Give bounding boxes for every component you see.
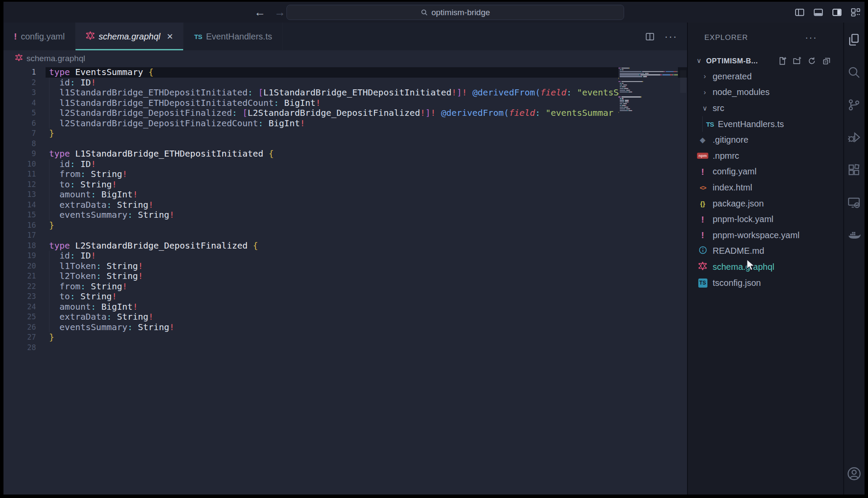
code-line[interactable]: amount: BigInt! [46,302,687,312]
minimap[interactable] [618,67,678,115]
code-line[interactable]: extraData: String! [46,312,687,322]
collapse-folders-icon[interactable] [822,56,831,66]
code-line[interactable]: l2StandardBridge_DepositFinalized: [L2St… [46,108,687,118]
tab-schema.graphql[interactable]: schema.graphql× [76,23,184,50]
chevron-down-icon: ∨ [702,104,708,112]
tree-item-label: package.json [713,199,764,209]
source-control-icon[interactable] [847,97,861,112]
code-line[interactable]: amount: BigInt! [46,190,687,200]
code-line[interactable]: eventsSummary: String! [46,210,687,220]
docker-icon[interactable] [847,227,861,242]
tree-file-pnpm-workspace.yaml[interactable]: !pnpm-workspace.yaml [688,227,843,243]
code-line[interactable]: id: ID! [46,78,687,88]
graphql-icon [15,54,23,63]
tree-item-label: .npmrc [713,151,739,161]
tree-file-EventHandlers.ts[interactable]: TSEventHandlers.ts [688,116,843,132]
code-line[interactable]: id: ID! [46,251,687,261]
close-icon[interactable]: × [167,31,173,42]
command-center-search[interactable]: optimism-bridge [286,5,624,20]
search-icon[interactable] [847,65,861,79]
code-line[interactable] [46,343,687,353]
tree-file-package.json[interactable]: {}package.json [688,196,843,212]
tab-label: EventHandlers.ts [206,32,272,42]
tree-file-index.html[interactable]: <>index.html [688,180,843,196]
tree-folder-generated[interactable]: ›generated [688,69,843,85]
tree-item-label: README.md [713,246,764,256]
code-line[interactable]: from: String! [46,169,687,180]
tree-item-label: pnpm-workspace.yaml [713,230,799,240]
code-line[interactable]: eventsSummary: String! [46,322,687,333]
code-line[interactable]: to: String! [46,180,687,190]
line-number: 12 [3,180,46,190]
account-icon[interactable] [846,466,862,483]
code-lines: type EventsSummary { id: ID! l1StandardB… [46,67,687,353]
new-file-icon[interactable] [778,56,787,66]
code-line[interactable]: l2Token: String! [46,271,687,282]
split-editor-icon[interactable] [645,32,655,42]
toggle-sidebar-right-icon[interactable] [832,7,842,18]
yaml-icon: ! [701,167,704,177]
code-line[interactable]: l1Token: String! [46,261,687,272]
title-bar: ← → optimism-bridge [3,2,865,23]
tree-file-.npmrc[interactable]: npm.npmrc [688,148,843,164]
code-editor[interactable]: 1234567891011121314151617181920212223242… [3,67,687,495]
debug-icon[interactable] [847,130,861,144]
code-line[interactable]: l1StandardBridge_ETHDepositInitiated: [L… [46,88,687,98]
activity-bar [843,23,864,495]
tree-item-label: src [713,103,724,113]
code-line[interactable]: to: String! [46,292,687,302]
code-line[interactable]: l2StandardBridge_DepositFinalizedCount: … [46,118,687,129]
refresh-icon[interactable] [807,56,816,66]
code-line[interactable] [46,230,687,241]
explorer-title: EXPLORER [704,33,748,42]
tree-file-README.md[interactable]: README.md [688,243,843,259]
remote-icon[interactable] [847,195,861,210]
editor-group: !config.yaml schema.graphql×TSEventHandl… [3,23,687,495]
explorer-more-actions-icon[interactable]: ··· [805,32,817,43]
tree-file-pnpm-lock.yaml[interactable]: !pnpm-lock.yaml [688,211,843,227]
json-icon: {} [700,200,705,207]
customize-layout-icon[interactable] [850,7,861,18]
extensions-icon[interactable] [847,162,861,177]
line-number: 15 [3,210,46,220]
code-line[interactable]: id: ID! [46,159,687,170]
code-line[interactable]: type L1StandardBridge_ETHDepositInitiate… [46,149,687,159]
tab-EventHandlers.ts[interactable]: TSEventHandlers.ts [184,23,283,50]
tree-folder-node_modules[interactable]: ›node_modules [688,85,843,101]
gitignore-icon: ◆ [700,136,705,144]
tree-folder-src[interactable]: ∨src [688,100,843,116]
code-line[interactable]: } [46,332,687,343]
code-line[interactable]: l1StandardBridge_ETHDepositInitiatedCoun… [46,98,687,108]
nav-back-icon[interactable]: ← [254,2,266,23]
toggle-sidebar-left-icon[interactable] [794,7,805,18]
tab-label: schema.graphql [99,32,160,42]
code-line[interactable] [46,139,687,149]
tree-file-config.yaml[interactable]: !config.yaml [688,164,843,180]
line-number: 18 [3,241,46,251]
file-tree: ›generated›node_modules∨srcTSEventHandle… [688,69,843,291]
files-icon[interactable] [847,32,861,47]
breadcrumb[interactable]: schema.graphql [3,50,687,67]
tree-file-tsconfig.json[interactable]: TStsconfig.json [688,275,843,291]
code-line[interactable]: type L2StandardBridge_DepositFinalized { [46,241,687,251]
code-line[interactable]: from: String! [46,282,687,292]
toggle-panel-icon[interactable] [813,7,824,18]
yaml-icon: ! [14,31,17,42]
tree-file-schema.graphql[interactable]: schema.graphql [688,259,843,275]
tree-item-label: schema.graphql [713,262,774,272]
scrollbar[interactable] [680,70,686,93]
tree-item-label: EventHandlers.ts [718,119,784,129]
code-line[interactable]: } [46,220,687,231]
code-line[interactable]: extraData: String! [46,200,687,210]
editor-more-actions-icon[interactable]: ··· [664,30,677,43]
nav-forward-icon[interactable]: → [274,2,286,23]
tab-config.yaml[interactable]: !config.yaml [3,23,76,50]
line-number: 25 [3,312,46,322]
code-line[interactable]: type EventsSummary { [46,67,687,78]
typescript-icon: TS [194,33,202,40]
code-line[interactable]: } [46,128,687,139]
line-number: 22 [3,282,46,292]
new-folder-icon[interactable] [792,56,802,66]
workspace-section-header[interactable]: ∨ OPTIMISM-B... [688,53,843,69]
tree-file-.gitignore[interactable]: ◆.gitignore [688,132,843,148]
